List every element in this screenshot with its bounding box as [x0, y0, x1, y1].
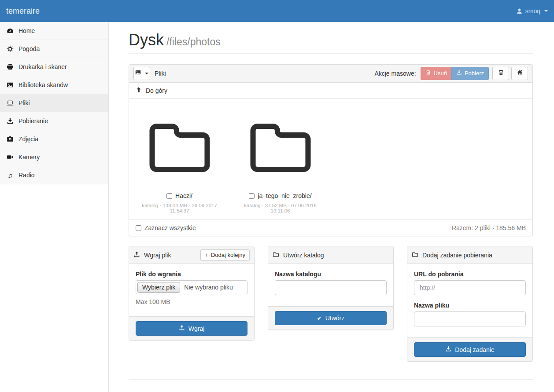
- chevron-down-icon: [145, 73, 148, 74]
- create-directory-button[interactable]: ✔ Utwórz: [275, 311, 387, 325]
- download-icon: [456, 70, 462, 77]
- storage-button[interactable]: [492, 67, 509, 80]
- files-footer: Zaznacz wszystkie Razem: 2 pliki · 185.5…: [129, 220, 532, 236]
- file-chosen-status: Nie wybrano pliku: [184, 284, 233, 291]
- file-checkbox[interactable]: [166, 193, 172, 199]
- view-mode-dropdown[interactable]: [133, 67, 150, 80]
- delete-button[interactable]: Usuń: [421, 67, 452, 80]
- go-up-label: Do góry: [146, 87, 167, 94]
- file-input[interactable]: Wybierz plik Nie wybrano pliku: [136, 280, 247, 294]
- folder-icon: [148, 122, 211, 173]
- page-title: Dysk: [129, 31, 164, 49]
- file-meta: katalog · 148.04 MB · 26.09.2017 11:54:3…: [133, 203, 225, 213]
- download-filename-input[interactable]: [414, 311, 526, 326]
- dashboard-icon: [6, 27, 14, 34]
- folder-icon: [249, 122, 312, 173]
- upload-submit-button[interactable]: Wgraj: [136, 321, 247, 336]
- image-icon: [135, 70, 141, 77]
- image-icon: [6, 81, 14, 88]
- home-button[interactable]: [511, 67, 528, 80]
- user-icon: [516, 8, 523, 15]
- sidebar-item-biblioteka-skanow[interactable]: Biblioteka skanów: [0, 76, 108, 94]
- file-to-upload-label: Plik do wgrania: [136, 271, 247, 278]
- folder-icon: [412, 251, 418, 259]
- chevron-down-icon: [544, 10, 548, 12]
- sidebar-item-radio[interactable]: ♫ Radio: [0, 166, 108, 184]
- top-navbar: temeraire smoq: [0, 0, 554, 22]
- directory-name-input[interactable]: [275, 280, 387, 295]
- files-grid: Haczi/ katalog · 148.04 MB · 26.09.2017 …: [129, 99, 532, 220]
- laptop-icon: [6, 99, 14, 106]
- page-header: Dysk/files/photos: [129, 31, 533, 54]
- current-path: /files/photos: [166, 36, 221, 48]
- user-name: smoq: [525, 7, 540, 15]
- footer-divider: [129, 379, 533, 380]
- video-camera-icon: [6, 154, 14, 161]
- music-icon: ♫: [6, 172, 14, 179]
- file-checkbox[interactable]: [249, 193, 255, 199]
- upload-icon: [179, 325, 185, 332]
- file-meta: katalog · 37.52 MB · 07.06.2016 19:11:06: [234, 203, 326, 213]
- add-another-file-button[interactable]: + Dodaj kolejny: [200, 249, 250, 261]
- directory-name-label: Nazwa katalogu: [275, 271, 387, 278]
- view-label: Pliki: [155, 70, 166, 77]
- files-panel: Pliki Akcje masowe: Usuń Pobierz: [129, 64, 533, 236]
- brand-logo[interactable]: temeraire: [6, 0, 40, 22]
- sun-icon: [6, 45, 14, 52]
- select-all-checkbox[interactable]: [136, 225, 141, 231]
- printer-icon: [6, 63, 14, 70]
- main-content: Dysk/files/photos Pliki Akcje masowe:: [109, 22, 554, 392]
- sidebar: Home Pogoda Drukarka i skaner Biblioteka…: [0, 22, 109, 392]
- select-all[interactable]: Zaznacz wszystkie: [136, 224, 196, 231]
- download-filename-label: Nazwa pliku: [414, 302, 526, 309]
- files-panel-heading: Pliki Akcje masowe: Usuń Pobierz: [129, 65, 532, 83]
- choose-file-button[interactable]: Wybierz plik: [137, 282, 180, 293]
- add-download-task-title: Dodaj zadanie pobierania: [422, 252, 492, 259]
- bulk-actions-label: Akcje masowe:: [374, 70, 416, 77]
- download-icon: [6, 117, 14, 125]
- download-url-input[interactable]: [414, 280, 526, 295]
- file-item[interactable]: ja_tego_nie_zrobie/ katalog · 37.52 MB ·…: [230, 99, 331, 220]
- add-task-button[interactable]: Dodaj zadanie: [414, 342, 526, 357]
- go-up-row[interactable]: Do góry: [129, 83, 532, 99]
- file-item[interactable]: Haczi/ katalog · 148.04 MB · 26.09.2017 …: [129, 99, 230, 220]
- bulk-download-button[interactable]: Pobierz: [451, 67, 489, 80]
- download-url-label: URL do pobrania: [414, 271, 526, 278]
- file-name: Haczi/: [175, 192, 192, 199]
- sidebar-item-pobieranie[interactable]: Pobieranie: [0, 112, 108, 130]
- select-all-label: Zaznacz wszystkie: [144, 224, 196, 231]
- sidebar-item-pliki[interactable]: Pliki: [0, 94, 108, 112]
- sidebar-item-kamery[interactable]: Kamery: [0, 148, 108, 166]
- create-directory-panel: Utwórz katalog Nazwa katalogu ✔ Utwórz: [268, 246, 394, 330]
- user-menu[interactable]: smoq: [516, 7, 548, 15]
- create-directory-title: Utwórz katalog: [283, 252, 324, 259]
- trash-icon: [425, 70, 431, 77]
- sidebar-item-drukarka-i-skaner[interactable]: Drukarka i skaner: [0, 58, 108, 76]
- home-icon: [517, 70, 523, 77]
- upload-icon: [133, 251, 140, 259]
- upload-help-text: Max 100 MB: [136, 298, 247, 305]
- upload-panel: Wgraj plik + Dodaj kolejny Plik do wgran…: [129, 246, 255, 341]
- sidebar-item-zdjecia[interactable]: Zdjęcia: [0, 130, 108, 148]
- camera-icon: [6, 136, 14, 143]
- sidebar-item-home[interactable]: Home: [0, 22, 108, 40]
- sidebar-item-pogoda[interactable]: Pogoda: [0, 40, 108, 58]
- database-icon: [498, 70, 504, 77]
- totals-summary: Razem: 2 pliki · 185.56 MB: [452, 224, 526, 231]
- file-name: ja_tego_nie_zrobie/: [258, 192, 311, 199]
- add-download-task-panel: Dodaj zadanie pobierania URL do pobrania…: [407, 246, 533, 362]
- folder-icon: [273, 251, 279, 259]
- plus-icon: +: [205, 252, 208, 258]
- upload-panel-title: Wgraj plik: [144, 252, 171, 259]
- check-icon: ✔: [317, 315, 322, 321]
- action-panels-row: Wgraj plik + Dodaj kolejny Plik do wgran…: [129, 246, 533, 362]
- arrow-up-icon: [136, 87, 142, 94]
- download-icon: [445, 346, 451, 353]
